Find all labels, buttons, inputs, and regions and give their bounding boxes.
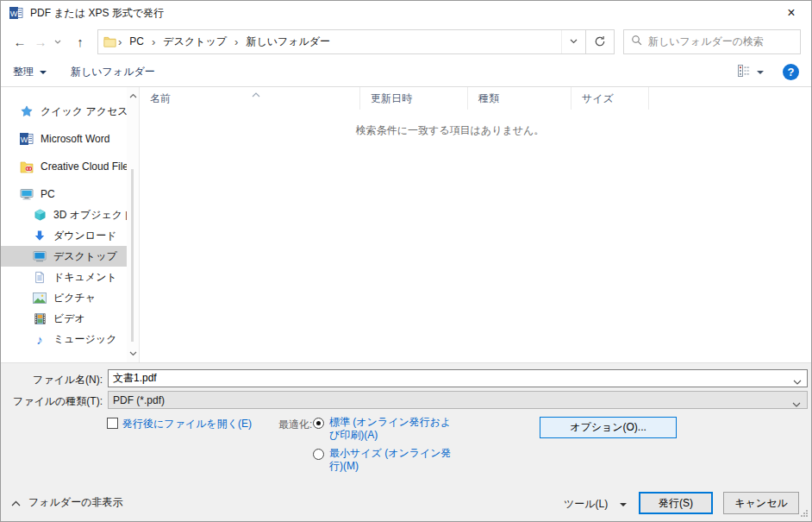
column-header-size[interactable]: サイズ bbox=[572, 87, 649, 110]
chevron-down-icon bbox=[757, 71, 764, 74]
quick-access-star-icon bbox=[20, 104, 34, 118]
creative-cloud-folder-icon bbox=[20, 160, 34, 173]
column-label: 種類 bbox=[478, 91, 499, 106]
sidebar-item-desktop[interactable]: デスクトップ bbox=[1, 246, 127, 267]
3d-cube-icon bbox=[33, 208, 47, 222]
command-bar-right: ? bbox=[738, 64, 799, 80]
column-label: 更新日時 bbox=[371, 91, 412, 106]
document-icon bbox=[33, 270, 47, 284]
sidebar-item-label: ドキュメント bbox=[53, 270, 117, 285]
open-after-publish-label[interactable]: 発行後にファイルを開く(E) bbox=[122, 417, 252, 431]
hide-folders-label: フォルダーの非表示 bbox=[28, 495, 122, 510]
search-input[interactable] bbox=[648, 35, 793, 47]
scrollbar-thumb[interactable] bbox=[131, 169, 134, 342]
sidebar-item-label: PC bbox=[41, 188, 55, 200]
folder-icon bbox=[103, 35, 116, 48]
file-name-input[interactable] bbox=[108, 369, 808, 387]
file-type-label: ファイルの種類(T): bbox=[1, 394, 103, 409]
breadcrumb[interactable]: › PC › デスクトップ › 新しいフォルダー bbox=[97, 29, 586, 54]
organize-label: 整理 bbox=[13, 65, 34, 79]
address-dropdown-icon[interactable] bbox=[561, 30, 585, 53]
organize-button[interactable]: 整理 bbox=[13, 65, 47, 79]
publish-pdf-xps-dialog: W PDF または XPS 形式で発行 × ← → ↑ › PC › デスクトッ… bbox=[0, 0, 812, 522]
open-after-publish-checkbox[interactable] bbox=[107, 418, 118, 429]
sidebar-item-label: ミュージック bbox=[53, 332, 116, 347]
close-icon[interactable]: × bbox=[777, 1, 806, 25]
sidebar-item-label: Creative Cloud File bbox=[41, 160, 127, 173]
new-folder-button[interactable]: 新しいフォルダー bbox=[71, 65, 155, 79]
file-type-select[interactable]: PDF (*.pdf) bbox=[108, 391, 808, 409]
file-list: 名前 更新日時 種類 サイズ 検索条件に一致する項目はありません。 bbox=[139, 87, 811, 362]
file-type-value: PDF (*.pdf) bbox=[113, 394, 165, 406]
sidebar-item-creative-cloud-files[interactable]: Creative Cloud File bbox=[1, 156, 127, 177]
column-header-type[interactable]: 種類 bbox=[468, 87, 572, 110]
video-film-icon bbox=[33, 311, 47, 325]
sort-ascending-icon bbox=[252, 88, 260, 100]
sidebar-scrollbar[interactable] bbox=[127, 87, 139, 362]
optimize-minimum-label-line1[interactable]: 最小サイズ (オンライン発 bbox=[329, 447, 452, 460]
breadcrumb-item-desktop[interactable]: デスクトップ bbox=[157, 35, 233, 49]
optimize-minimum-label-line2[interactable]: 行)(M) bbox=[329, 460, 359, 473]
cancel-button[interactable]: キャンセル bbox=[723, 492, 799, 514]
sidebar-item-microsoft-word[interactable]: W Microsoft Word bbox=[1, 129, 127, 149]
sidebar-item-videos[interactable]: ビデオ bbox=[1, 308, 127, 329]
forward-button[interactable]: → bbox=[30, 31, 51, 52]
resize-grip[interactable] bbox=[800, 508, 809, 520]
breadcrumb-separator-icon: › bbox=[116, 35, 123, 48]
hide-folders-button[interactable]: フォルダーの非表示 bbox=[11, 495, 122, 510]
file-name-label: ファイル名(N): bbox=[1, 373, 103, 387]
breadcrumb-separator-icon: › bbox=[150, 35, 157, 48]
sidebar-item-music[interactable]: ♪ ミュージック bbox=[1, 329, 127, 349]
optimize-minimum-radio[interactable] bbox=[313, 449, 324, 460]
scroll-up-icon[interactable] bbox=[127, 89, 139, 103]
chevron-down-icon bbox=[40, 71, 47, 74]
sidebar-item-documents[interactable]: ドキュメント bbox=[1, 267, 127, 287]
dialog-title: PDF または XPS 形式で発行 bbox=[30, 6, 164, 21]
sidebar-item-quick-access[interactable]: クイック アクセス bbox=[1, 101, 127, 122]
radio-dot bbox=[316, 421, 321, 425]
desktop-monitor-icon bbox=[33, 249, 47, 263]
main-area: クイック アクセス W Microsoft Word Creative Clou… bbox=[1, 87, 811, 362]
word-app-icon: W bbox=[9, 6, 23, 20]
recent-locations-icon[interactable] bbox=[51, 31, 65, 52]
refresh-icon[interactable] bbox=[586, 29, 615, 54]
sidebar-item-label: ビデオ bbox=[53, 311, 85, 326]
download-arrow-icon bbox=[33, 229, 47, 242]
bottom-panel: ファイル名(N): ファイルの種類(T): PDF (*.pdf) 発行後にファ… bbox=[1, 362, 811, 522]
column-header-name[interactable]: 名前 bbox=[140, 87, 360, 110]
optimize-standard-radio[interactable] bbox=[313, 418, 324, 429]
svg-text:W: W bbox=[21, 135, 28, 144]
sidebar-item-label: ダウンロード bbox=[53, 229, 116, 243]
breadcrumb-item-pc[interactable]: PC bbox=[123, 35, 150, 47]
chevron-down-icon bbox=[620, 503, 627, 506]
help-icon[interactable]: ? bbox=[783, 64, 799, 80]
svg-text:W: W bbox=[10, 9, 18, 18]
optimize-standard-label-line2[interactable]: び印刷)(A) bbox=[329, 429, 378, 442]
search-box bbox=[623, 29, 801, 54]
music-note-icon: ♪ bbox=[33, 332, 47, 346]
sidebar-item-pictures[interactable]: ピクチャ bbox=[1, 287, 127, 308]
sidebar-item-pc[interactable]: PC bbox=[1, 184, 127, 204]
tools-button[interactable]: ツール(L) bbox=[564, 497, 627, 512]
optimize-standard-label-line1[interactable]: 標準 (オンライン発行およ bbox=[329, 416, 451, 429]
optimize-label: 最適化: bbox=[278, 418, 312, 432]
sidebar-item-label: デスクトップ bbox=[53, 249, 117, 264]
sidebar-item-3d-objects[interactable]: 3D オブジェクト bbox=[1, 204, 127, 225]
publish-button[interactable]: 発行(S) bbox=[639, 492, 713, 514]
options-button[interactable]: オプション(O)... bbox=[540, 417, 677, 438]
file-name-combobox bbox=[108, 369, 808, 387]
column-header-date-modified[interactable]: 更新日時 bbox=[360, 87, 468, 110]
sidebar-item-label: ピクチャ bbox=[53, 291, 96, 305]
up-button[interactable]: ↑ bbox=[70, 31, 91, 52]
column-label: サイズ bbox=[582, 91, 614, 106]
scroll-down-icon[interactable] bbox=[127, 347, 139, 361]
change-view-button[interactable] bbox=[738, 65, 764, 79]
views-icon bbox=[738, 65, 751, 79]
back-button[interactable]: ← bbox=[9, 31, 30, 52]
navigation-pane: クイック アクセス W Microsoft Word Creative Clou… bbox=[1, 87, 139, 362]
chevron-up-icon bbox=[11, 497, 21, 509]
word-icon: W bbox=[20, 132, 34, 146]
sidebar-item-downloads[interactable]: ダウンロード bbox=[1, 225, 127, 246]
chevron-down-icon[interactable] bbox=[792, 398, 801, 410]
breadcrumb-item-new-folder[interactable]: 新しいフォルダー bbox=[240, 35, 336, 49]
